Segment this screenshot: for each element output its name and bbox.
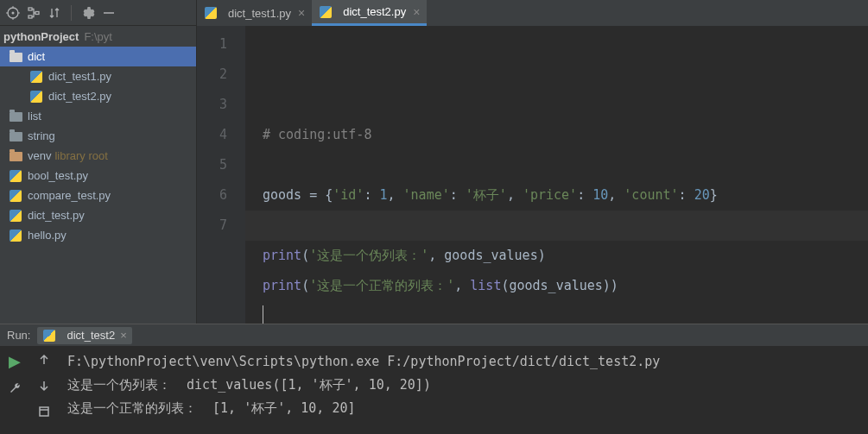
python-icon (205, 7, 217, 19)
python-icon (30, 91, 42, 103)
svg-rect-6 (29, 8, 32, 10)
close-icon[interactable]: × (120, 329, 127, 342)
svg-rect-8 (35, 11, 39, 14)
tree-item-label: string (28, 129, 55, 142)
overflow-icon[interactable] (38, 406, 50, 418)
tree-item[interactable]: dict_test1.py (0, 66, 196, 86)
line-number: 4 (197, 120, 227, 150)
project-path: F:\pyt (84, 30, 112, 43)
run-tab-label: dict_test2 (67, 329, 115, 342)
project-tree: dictdict_test1.pydict_test2.pyliststring… (0, 47, 196, 324)
close-icon[interactable]: × (298, 6, 305, 20)
tree-item[interactable]: dict_test.py (0, 205, 196, 225)
collapse-icon[interactable] (101, 5, 117, 21)
run-header: Run: dict_test2 × (0, 324, 868, 347)
console-line: 这是一个伪列表： dict_values([1, '杯子', 10, 20]) (67, 374, 859, 397)
console-output[interactable]: F:\pythonProject\venv\Scripts\python.exe… (59, 347, 868, 434)
tree-item-label: compare_test.py (28, 189, 111, 202)
down-icon[interactable] (38, 380, 50, 392)
python-icon (10, 170, 22, 182)
sidebar-toolbar (0, 0, 196, 26)
python-icon (10, 210, 22, 222)
library-root-badge: library root (54, 149, 107, 162)
caret-line (245, 211, 868, 241)
tree-item[interactable]: list (0, 106, 196, 126)
python-icon (10, 190, 22, 202)
python-icon (320, 6, 332, 18)
run-toolbar-2 (29, 347, 59, 434)
code-line (263, 301, 868, 324)
editor-tab[interactable]: dict_test1.py× (197, 0, 312, 26)
code-line: goods = {'id': 1, 'name': '杯子', 'price':… (263, 180, 868, 211)
tree-item[interactable]: venvlibrary root (0, 146, 196, 166)
tree-item-label: dict_test2.py (48, 90, 111, 103)
folder-icon (10, 112, 22, 122)
run-tab[interactable]: dict_test2 × (37, 327, 131, 344)
run-toolbar-left: ▶ (0, 347, 29, 434)
editor-tabs: dict_test1.py×dict_test2.py× (197, 0, 868, 26)
python-icon (10, 230, 22, 242)
project-name: pythonProject (3, 30, 79, 43)
tab-label: dict_test2.py (343, 5, 406, 18)
target-icon[interactable] (5, 5, 21, 21)
line-number: 6 (197, 180, 227, 211)
run-panel: Run: dict_test2 × ▶ F:\pythonProject\ven… (0, 324, 868, 434)
code-line: # coding:utf-8 (263, 120, 868, 150)
tree-item-label: hello.py (28, 229, 67, 242)
tree-item[interactable]: compare_test.py (0, 186, 196, 205)
gear-icon[interactable] (80, 5, 96, 21)
line-number: 1 (197, 29, 227, 60)
console-line: 这是一个正常的列表： [1, '杯子', 10, 20] (67, 397, 859, 420)
hierarchy-icon[interactable] (26, 5, 41, 21)
close-icon[interactable]: × (413, 5, 420, 19)
tree-item-label: dict_test1.py (48, 70, 111, 83)
tree-item[interactable]: dict (0, 47, 196, 66)
svg-rect-10 (40, 407, 48, 416)
tree-item-label: list (28, 110, 41, 123)
line-number: 5 (197, 150, 227, 180)
code-line: print('这是一个伪列表：', goods_values) (263, 241, 868, 271)
run-title: Run: (7, 329, 30, 342)
editor-tab[interactable]: dict_test2.py× (312, 0, 427, 26)
editor[interactable]: 1234567 # coding:utf-8goods = {'id': 1, … (197, 26, 868, 324)
line-number: 2 (197, 60, 227, 90)
project-sidebar: pythonProject F:\pyt dictdict_test1.pydi… (0, 0, 197, 324)
line-number: 3 (197, 90, 227, 120)
folder-icon (10, 152, 22, 161)
tree-item[interactable]: bool_test.py (0, 166, 196, 186)
tree-item[interactable]: string (0, 126, 196, 146)
up-icon[interactable] (38, 354, 50, 366)
line-number: 7 (197, 211, 227, 241)
svg-point-1 (12, 11, 15, 14)
tree-item[interactable]: hello.py (0, 225, 196, 245)
caret (263, 305, 263, 324)
folder-icon (10, 132, 22, 142)
tree-item-label: bool_test.py (28, 169, 88, 182)
python-icon (30, 71, 42, 83)
code-line (263, 150, 868, 180)
tab-label: dict_test1.py (228, 7, 291, 20)
sort-icon[interactable] (47, 5, 62, 21)
folder-icon (10, 53, 22, 62)
console-line: F:\pythonProject\venv\Scripts\python.exe… (67, 350, 859, 374)
tree-item-label: dict (28, 50, 45, 63)
editor-zone: dict_test1.py×dict_test2.py× 1234567 # c… (197, 0, 868, 324)
code-line: print('这是一个正常的列表：', list(goods_values)) (263, 271, 868, 301)
tree-item-label: dict_test.py (28, 209, 85, 222)
code-area[interactable]: # coding:utf-8goods = {'id': 1, 'name': … (245, 26, 868, 324)
wrench-icon[interactable] (8, 381, 22, 395)
svg-rect-7 (29, 16, 32, 18)
tree-item[interactable]: dict_test2.py (0, 86, 196, 106)
gutter: 1234567 (197, 26, 245, 324)
tree-item-label: venv (28, 149, 51, 162)
project-root[interactable]: pythonProject F:\pyt (0, 26, 196, 47)
play-icon[interactable]: ▶ (9, 352, 21, 371)
python-icon (43, 330, 55, 342)
